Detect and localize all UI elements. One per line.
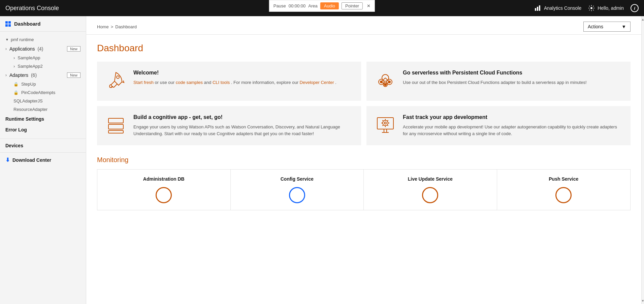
monitoring-live-update: Live Update Service [364,170,497,210]
applications-label: Applications (4) [9,46,43,52]
runtime-label: pmf runtime [11,37,34,42]
chart-icon [535,5,541,11]
sidebar-item-error-log[interactable]: Error Log [0,124,86,135]
applications-row[interactable]: › Applications (4) New [0,44,86,54]
svg-point-3 [590,7,592,9]
topbar: Operations Console Pause 00:00:00 Area A… [0,0,644,16]
sidebar: Dashboard ▼ pmf runtime › Applications (… [0,16,86,304]
main-layout: Dashboard ▼ pmf runtime › Applications (… [0,16,644,304]
content-body: Dashboard Welcome! [86,35,641,218]
serverless-card: Go serverless with Persistent Cloud Func… [366,62,631,101]
pointer-button[interactable]: Pointer [342,2,363,9]
topbar-left: Operations Console [5,5,59,12]
breadcrumb-current: Dashboard [115,24,137,29]
svg-rect-17 [108,124,123,129]
sampleapp2-chevron: › [13,64,15,69]
analytics-label: Analytics Console [544,5,581,11]
svg-point-24 [383,120,388,126]
scrollbar[interactable]: ▲ ▼ [641,16,644,304]
gear-monitor-icon [375,114,396,137]
download-icon: ⬇ [5,157,10,163]
pause-label[interactable]: Pause [273,3,286,8]
applications-chevron: › [5,47,7,51]
time-display: 00:00:00 [289,3,306,8]
cloud-icon [375,70,396,93]
adapters-row[interactable]: › Adapters (6) New [0,70,86,80]
cognitive-card-title: Build a cognitive app - get, set, go! [133,114,353,120]
start-fresh-link[interactable]: Start fresh [133,80,154,85]
overlay-close-button[interactable]: ✕ [367,3,371,8]
runtime-header[interactable]: ▼ pmf runtime [0,35,86,44]
actions-dropdown[interactable]: Actions ▼ [583,22,631,32]
monitoring-grid: Administration DB Config Service Live Up… [97,169,631,210]
admin-db-indicator [156,187,172,203]
cards-grid: Welcome! Start fresh or use our code sam… [97,62,631,145]
svg-point-13 [380,81,382,83]
svg-point-14 [388,81,390,83]
applications-badge: New [67,46,80,52]
cognitive-card: Build a cognitive app - get, set, go! En… [97,106,361,145]
topbar-title: Operations Console [5,5,59,12]
lock-icon: 🔒 [13,82,19,87]
adapters-label: Adapters (6) [9,72,37,78]
sidebar-item-pincode[interactable]: 🔒 PinCodeAttempts [0,88,86,97]
live-update-indicator [422,187,438,203]
monitoring-title: Monitoring [97,156,631,164]
cli-tools-link[interactable]: CLI tools [213,80,230,85]
grid-icon [5,21,11,27]
actions-label: Actions [588,24,603,29]
fasttrack-card-title: Fast track your app development [403,114,622,120]
fasttrack-card: Fast track your app development Accelera… [366,106,631,145]
sidebar-item-sampleapp[interactable]: › SampleApp [0,54,86,62]
sidebar-item-download-center[interactable]: ⬇ Download Center [0,153,86,167]
config-service-indicator [289,187,305,203]
svg-point-4 [117,76,119,79]
svg-rect-18 [108,130,123,133]
content-header: Home > Dashboard Actions ▼ [86,16,641,35]
topbar-right: Analytics Console Hello, admin i [535,4,639,12]
svg-rect-1 [537,7,538,11]
audio-button[interactable]: Audio [320,2,339,9]
push-service-indicator [555,187,572,203]
monitoring-admin-db: Administration DB [97,170,231,210]
breadcrumb-home[interactable]: Home [97,24,109,29]
adapters-badge: New [67,72,80,78]
hello-label: Hello, admin [598,5,624,11]
adapters-chevron: › [5,73,7,78]
welcome-card: Welcome! Start fresh or use our code sam… [97,62,361,101]
sidebar-item-devices[interactable]: Devices [0,139,86,153]
chevron-down-icon: ▼ [621,24,626,29]
main-content: Home > Dashboard Actions ▼ Dashboard [86,16,641,304]
monitoring-config-service: Config Service [231,170,364,210]
fasttrack-card-body: Accelerate your mobile app development! … [403,124,622,137]
sidebar-dashboard-label: Dashboard [14,21,40,27]
sidebar-item-runtime-settings[interactable]: Runtime Settings [0,114,86,124]
sidebar-item-resourceadapter[interactable]: ResourceAdapter [0,105,86,114]
sampleapp-chevron: › [13,55,15,60]
serverless-card-body: Use our out of the box Persistent Cloud … [403,79,587,86]
sidebar-item-sqladapter[interactable]: SQLAdapterJS [0,97,86,105]
page-title: Dashboard [97,43,631,54]
info-icon: i [634,6,635,11]
breadcrumb: Home > Dashboard [97,24,137,29]
code-samples-link[interactable]: code samples [176,80,203,85]
analytics-console-button[interactable]: Analytics Console [535,5,581,11]
svg-rect-16 [108,118,123,123]
svg-rect-2 [539,5,540,11]
rocket-icon [105,70,127,93]
monitoring-push-service: Push Service [497,170,631,210]
chevron-down-icon: ▼ [5,38,9,41]
svg-point-15 [384,84,386,86]
lock-icon-2: 🔒 [13,90,19,95]
overlay-bar: Pause 00:00:00 Area Audio Pointer ✕ [269,0,375,12]
welcome-card-title: Welcome! [133,70,336,76]
developer-center-link[interactable]: Developer Center [300,80,334,85]
sidebar-item-stepup[interactable]: 🔒 StepUp [0,80,86,88]
sidebar-item-sampleapp2[interactable]: › SampleApp2 [0,62,86,70]
info-button[interactable]: i [631,4,639,12]
hello-admin-button[interactable]: Hello, admin [588,5,624,11]
sidebar-dashboard[interactable]: Dashboard [0,16,86,32]
area-label: Area [308,3,317,8]
svg-rect-0 [535,8,536,11]
svg-point-25 [384,122,386,124]
